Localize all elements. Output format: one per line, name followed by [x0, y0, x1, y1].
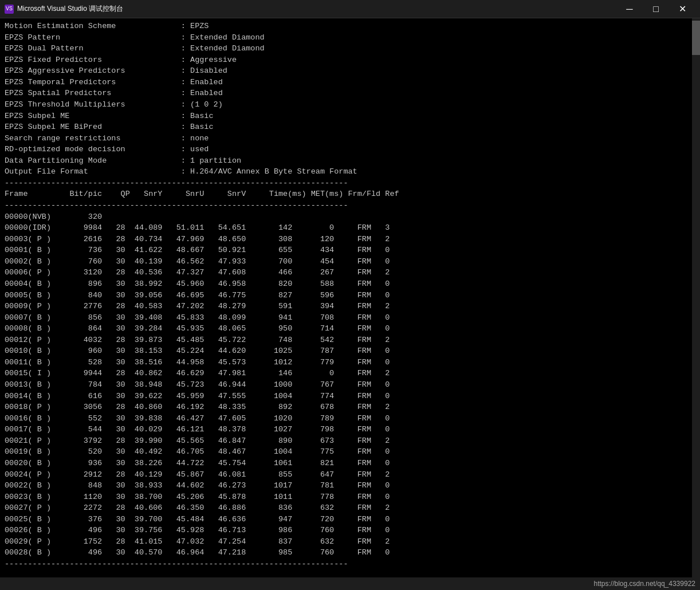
scrollbar[interactable] [692, 18, 700, 577]
app-icon: VS [5, 5, 14, 14]
status-bar: https://blog.csdn.net/qq_4339922 [0, 577, 700, 590]
window-controls: ─ □ ✕ [616, 0, 695, 18]
app-icon-text: VS [6, 6, 13, 12]
status-url: https://blog.csdn.net/qq_4339922 [594, 580, 695, 588]
scrollbar-thumb[interactable] [692, 21, 700, 55]
title-bar: VS Microsoft Visual Studio 调试控制台 ─ □ ✕ [0, 0, 700, 18]
console-output: Motion Estimation Scheme : EPZS EPZS Pat… [5, 21, 695, 570]
console-area: Motion Estimation Scheme : EPZS EPZS Pat… [0, 18, 700, 577]
maximize-button[interactable]: □ [643, 0, 669, 18]
title-bar-title: Microsoft Visual Studio 调试控制台 [17, 4, 616, 14]
close-button[interactable]: ✕ [669, 0, 695, 18]
minimize-button[interactable]: ─ [616, 0, 643, 18]
